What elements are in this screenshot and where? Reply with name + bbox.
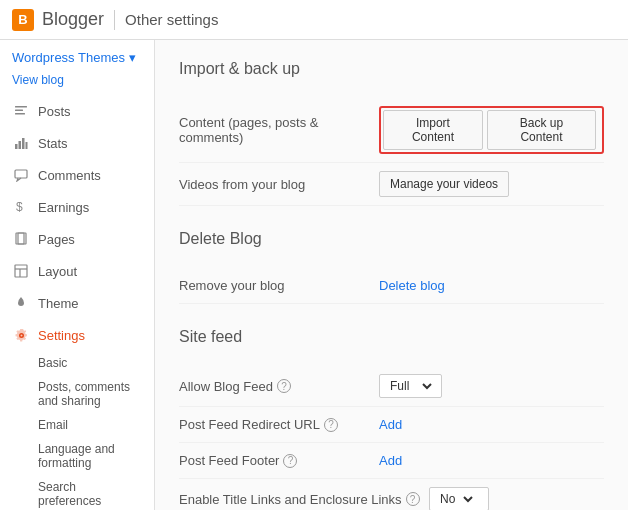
feed-footer-link[interactable]: Add [379, 453, 402, 468]
site-feed-section: Site feed Allow Blog Feed ? Full Short N… [179, 328, 604, 510]
content-label: Content (pages, posts & comments) [179, 115, 379, 145]
feed-redirect-link[interactable]: Add [379, 417, 402, 432]
app-layout: Wordpress Themes ▾ View blog Posts Stats… [0, 40, 628, 510]
import-content-button[interactable]: Import Content [383, 110, 483, 150]
title-links-label: Enable Title Links and Enclosure Links ? [179, 492, 429, 507]
site-feed-title: Site feed [179, 328, 604, 352]
view-blog-link[interactable]: View blog [0, 71, 154, 95]
sidebar-label-settings: Settings [38, 328, 85, 343]
title-links-row: Enable Title Links and Enclosure Links ?… [179, 479, 604, 510]
sidebar-label-posts: Posts [38, 104, 71, 119]
feed-redirect-row: Post Feed Redirect URL ? Add [179, 407, 604, 443]
brand-name: Blogger [42, 9, 104, 30]
feed-footer-label: Post Feed Footer ? [179, 453, 379, 468]
svg-rect-1 [15, 110, 23, 112]
allow-feed-row: Allow Blog Feed ? Full Short None [179, 366, 604, 407]
videos-row: Videos from your blog Manage your videos [179, 163, 604, 206]
blogger-logo-icon: B [12, 9, 34, 31]
svg-rect-11 [15, 265, 27, 277]
allow-feed-label: Allow Blog Feed ? [179, 379, 379, 394]
svg-rect-7 [15, 170, 27, 178]
remove-blog-row: Remove your blog Delete blog [179, 268, 604, 304]
svg-rect-10 [18, 233, 26, 244]
sidebar-item-layout[interactable]: Layout [0, 255, 154, 287]
pages-icon [12, 230, 30, 248]
allow-feed-control: Full Short None [379, 374, 604, 398]
delete-blog-control: Delete blog [379, 278, 604, 293]
import-backup-title: Import & back up [179, 60, 604, 84]
feed-footer-row: Post Feed Footer ? Add [179, 443, 604, 479]
blog-name-dropdown[interactable]: Wordpress Themes ▾ [0, 46, 154, 71]
sidebar-item-comments[interactable]: Comments [0, 159, 154, 191]
import-backup-controls: Import Content Back up Content [379, 106, 604, 154]
title-links-select[interactable]: No Yes [436, 491, 476, 507]
svg-text:$: $ [16, 200, 23, 214]
sidebar-label-theme: Theme [38, 296, 78, 311]
delete-blog-section: Delete Blog Remove your blog Delete blog [179, 230, 604, 304]
allow-feed-select-wrap[interactable]: Full Short None [379, 374, 442, 398]
import-backup-button-group: Import Content Back up Content [379, 106, 604, 154]
delete-blog-title: Delete Blog [179, 230, 604, 254]
svg-rect-3 [15, 144, 18, 149]
main-content: Import & back up Content (pages, posts &… [155, 40, 628, 510]
stats-icon [12, 134, 30, 152]
sidebar-item-posts[interactable]: Posts [0, 95, 154, 127]
remove-blog-label: Remove your blog [179, 278, 379, 293]
sidebar-item-settings[interactable]: Settings [0, 319, 154, 351]
layout-icon [12, 262, 30, 280]
sidebar-label-earnings: Earnings [38, 200, 89, 215]
sidebar-label-layout: Layout [38, 264, 77, 279]
delete-blog-link[interactable]: Delete blog [379, 278, 445, 293]
svg-rect-9 [16, 233, 24, 244]
header-divider [114, 10, 115, 30]
app-header: B Blogger Other settings [0, 0, 628, 40]
sidebar-sub-search[interactable]: Search preferences [0, 475, 154, 510]
page-title: Other settings [125, 11, 218, 28]
theme-icon [12, 294, 30, 312]
sidebar-item-theme[interactable]: Theme [0, 287, 154, 319]
videos-label: Videos from your blog [179, 177, 379, 192]
sidebar-item-stats[interactable]: Stats [0, 127, 154, 159]
sidebar-item-earnings[interactable]: $ Earnings [0, 191, 154, 223]
title-links-select-wrap[interactable]: No Yes [429, 487, 489, 510]
feed-redirect-label: Post Feed Redirect URL ? [179, 417, 379, 432]
import-backup-section: Import & back up Content (pages, posts &… [179, 60, 604, 206]
import-backup-content-row: Content (pages, posts & comments) Import… [179, 98, 604, 163]
sidebar-item-pages[interactable]: Pages [0, 223, 154, 255]
sidebar-sub-basic[interactable]: Basic [0, 351, 154, 375]
settings-icon [12, 326, 30, 344]
sidebar-label-comments: Comments [38, 168, 101, 183]
title-links-help-icon[interactable]: ? [406, 492, 420, 506]
svg-rect-4 [19, 141, 22, 149]
earnings-icon: $ [12, 198, 30, 216]
allow-feed-help-icon[interactable]: ? [277, 379, 291, 393]
sidebar-label-stats: Stats [38, 136, 68, 151]
posts-icon [12, 102, 30, 120]
sidebar-label-pages: Pages [38, 232, 75, 247]
videos-control: Manage your videos [379, 171, 604, 197]
svg-rect-6 [26, 142, 28, 149]
allow-feed-select[interactable]: Full Short None [386, 378, 435, 394]
svg-rect-0 [15, 106, 27, 108]
feed-footer-help-icon[interactable]: ? [283, 454, 297, 468]
svg-rect-2 [15, 113, 25, 115]
sidebar-sub-email[interactable]: Email [0, 413, 154, 437]
feed-footer-control: Add [379, 453, 604, 468]
backup-content-button[interactable]: Back up Content [487, 110, 596, 150]
feed-redirect-control: Add [379, 417, 604, 432]
feed-redirect-help-icon[interactable]: ? [324, 418, 338, 432]
title-links-control: No Yes [429, 487, 604, 510]
sidebar-sub-posts-comments[interactable]: Posts, comments and sharing [0, 375, 154, 413]
manage-videos-button[interactable]: Manage your videos [379, 171, 509, 197]
comments-icon [12, 166, 30, 184]
sidebar-sub-language[interactable]: Language and formatting [0, 437, 154, 475]
sidebar: Wordpress Themes ▾ View blog Posts Stats… [0, 40, 155, 510]
svg-rect-5 [22, 138, 25, 149]
